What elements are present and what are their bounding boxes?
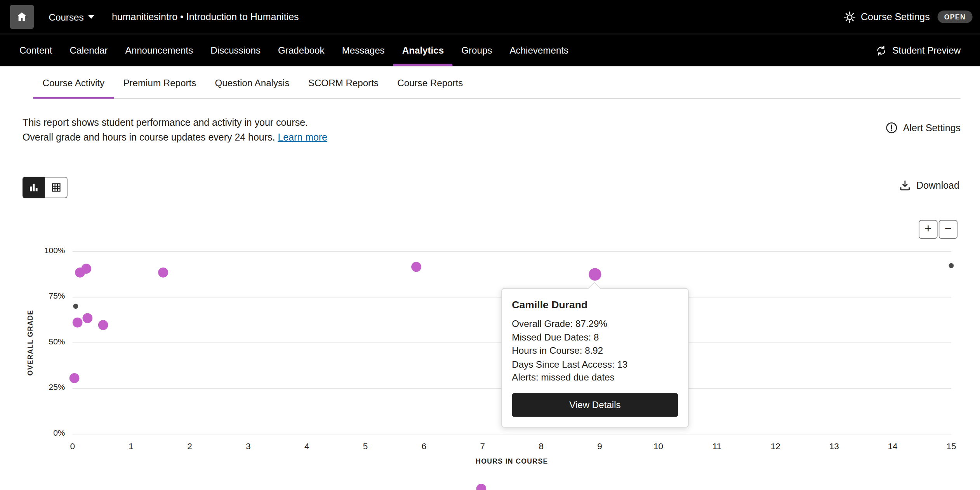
top-bar: Courses humanitiesintro • Introduction t… xyxy=(0,0,980,34)
page: Courses humanitiesintro • Introduction t… xyxy=(0,0,980,490)
x-tick-label: 10 xyxy=(646,441,671,451)
chevron-down-icon xyxy=(88,15,94,19)
data-point[interactable] xyxy=(412,262,422,272)
tooltip-stat: Alerts: missed due dates xyxy=(512,371,678,384)
tooltip-stat: Missed Due Dates: 8 xyxy=(512,330,678,344)
student-preview-label: Student Preview xyxy=(892,45,961,56)
course-activity-chart: + − OVERALL GRADE HOURS IN COURSE 0%25%5… xyxy=(0,212,980,490)
tooltip-stat: Hours in Course: 8.92 xyxy=(512,344,678,357)
student-preview-icon xyxy=(876,45,887,56)
download-button[interactable]: Download xyxy=(899,179,959,192)
navbar-tabs: ContentCalendarAnnouncementsDiscussionsG… xyxy=(0,35,577,66)
alert-settings-label: Alert Settings xyxy=(903,122,961,134)
x-axis-label: HOURS IN COURSE xyxy=(73,457,951,465)
y-tick-label: 0% xyxy=(28,428,65,438)
report-description-line1: This report shows student performance an… xyxy=(23,115,327,130)
subnav-tab-question-analysis[interactable]: Question Analysis xyxy=(205,66,299,99)
courses-menu-button[interactable]: Courses xyxy=(49,12,94,22)
data-point[interactable] xyxy=(81,264,91,274)
subnav-tab-scorm-reports[interactable]: SCORM Reports xyxy=(299,66,388,99)
data-point[interactable] xyxy=(476,483,487,490)
chart-view-button[interactable] xyxy=(23,177,45,198)
view-toggle xyxy=(23,177,68,198)
home-button[interactable] xyxy=(10,5,34,29)
tooltip-stat: Days Since Last Access: 13 xyxy=(512,357,678,371)
data-point[interactable] xyxy=(73,304,78,309)
gridline xyxy=(73,251,951,252)
subnav-divider xyxy=(33,98,961,99)
table-grid-icon xyxy=(50,182,62,193)
download-icon xyxy=(899,179,911,192)
nav-tab-calendar[interactable]: Calendar xyxy=(61,35,116,66)
alert-icon xyxy=(885,121,898,134)
view-details-button[interactable]: View Details xyxy=(512,393,678,417)
x-tick-label: 13 xyxy=(822,441,846,451)
x-tick-label: 0 xyxy=(60,441,85,451)
download-label: Download xyxy=(916,180,959,191)
x-tick-label: 7 xyxy=(470,441,495,451)
subnav-tab-course-activity[interactable]: Course Activity xyxy=(33,66,114,99)
bar-chart-icon xyxy=(28,182,39,193)
y-tick-label: 100% xyxy=(28,246,65,255)
x-tick-label: 8 xyxy=(529,441,554,451)
table-view-button[interactable] xyxy=(45,177,68,198)
subnav-tab-premium-reports[interactable]: Premium Reports xyxy=(114,66,205,99)
nav-tab-announcements[interactable]: Announcements xyxy=(116,35,202,66)
course-settings-button[interactable]: Course Settings xyxy=(844,11,930,23)
x-tick-label: 5 xyxy=(353,441,378,451)
breadcrumb: humanitiesintro • Introduction to Humani… xyxy=(112,11,299,23)
y-tick-label: 50% xyxy=(28,337,65,346)
alert-settings-button[interactable]: Alert Settings xyxy=(885,121,961,134)
nav-tab-groups[interactable]: Groups xyxy=(453,35,501,66)
analytics-subnav: Course ActivityPremium ReportsQuestion A… xyxy=(0,66,980,99)
courses-label: Courses xyxy=(49,12,84,22)
x-tick-label: 6 xyxy=(412,441,436,451)
x-tick-label: 2 xyxy=(177,441,202,451)
x-tick-label: 3 xyxy=(236,441,261,451)
nav-tab-discussions[interactable]: Discussions xyxy=(202,35,269,66)
tooltip-student-name: Camille Durand xyxy=(512,299,678,311)
x-tick-label: 14 xyxy=(880,441,905,451)
tooltip-stat: Overall Grade: 87.29% xyxy=(512,317,678,330)
gear-icon xyxy=(844,11,856,23)
learn-more-link[interactable]: Learn more xyxy=(278,132,327,142)
y-tick-label: 75% xyxy=(28,291,65,301)
x-tick-label: 15 xyxy=(939,441,964,451)
student-preview-button[interactable]: Student Preview xyxy=(876,35,980,66)
course-nav-bar: ContentCalendarAnnouncementsDiscussionsG… xyxy=(0,34,980,66)
report-description: This report shows student performance an… xyxy=(23,115,327,145)
data-point[interactable] xyxy=(949,263,954,268)
x-tick-label: 12 xyxy=(763,441,788,451)
data-point[interactable] xyxy=(69,373,79,383)
zoom-controls: + − xyxy=(919,220,957,239)
subnav-tabs: Course ActivityPremium ReportsQuestion A… xyxy=(0,66,980,99)
tooltip-lines: Overall Grade: 87.29%Missed Due Dates: 8… xyxy=(512,317,678,384)
x-tick-label: 9 xyxy=(587,441,612,451)
data-point[interactable] xyxy=(83,313,93,323)
zoom-out-button[interactable]: − xyxy=(939,220,957,239)
nav-tab-messages[interactable]: Messages xyxy=(333,35,393,66)
course-settings-label: Course Settings xyxy=(861,11,930,23)
data-point[interactable] xyxy=(158,267,169,277)
home-icon xyxy=(16,10,28,23)
zoom-in-button[interactable]: + xyxy=(919,220,937,239)
data-point-selected[interactable] xyxy=(589,268,601,281)
x-tick-label: 4 xyxy=(294,441,319,451)
x-tick-label: 1 xyxy=(118,441,143,451)
student-tooltip: Camille Durand Overall Grade: 87.29%Miss… xyxy=(501,288,689,427)
nav-tab-analytics[interactable]: Analytics xyxy=(393,35,452,66)
gridline xyxy=(73,434,951,434)
nav-tab-gradebook[interactable]: Gradebook xyxy=(269,35,334,66)
course-status-badge: OPEN xyxy=(937,10,973,23)
report-description-line2: Overall grade and hours in course update… xyxy=(23,130,327,145)
nav-tab-content[interactable]: Content xyxy=(10,35,61,66)
nav-tab-achievements[interactable]: Achievements xyxy=(501,35,577,66)
x-tick-label: 11 xyxy=(704,441,729,451)
subnav-tab-course-reports[interactable]: Course Reports xyxy=(388,66,472,99)
y-tick-label: 25% xyxy=(28,382,65,392)
data-point[interactable] xyxy=(98,320,108,330)
data-point[interactable] xyxy=(73,318,83,328)
